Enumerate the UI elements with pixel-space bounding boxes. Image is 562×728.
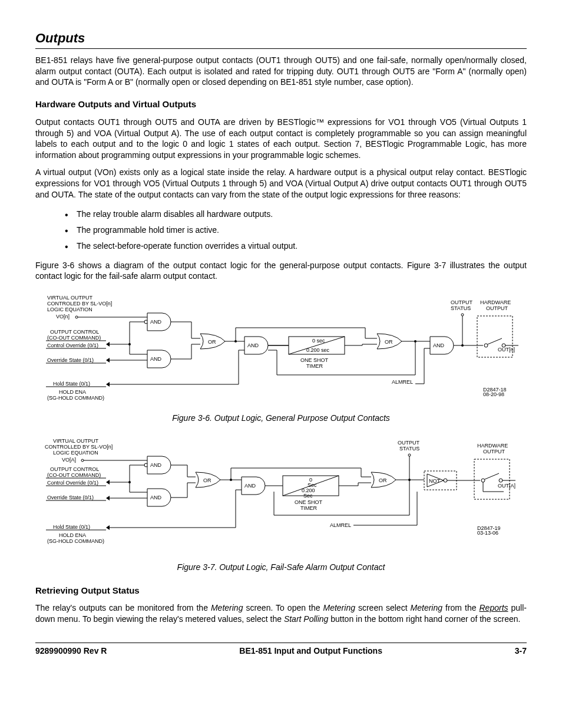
svg-point-4 <box>75 316 78 318</box>
section-heading-hardware-outputs: Hardware Outputs and Virtual Outputs <box>35 98 527 110</box>
svg-text:TIMER: TIMER <box>300 505 317 511</box>
svg-text:AND: AND <box>244 483 256 489</box>
svg-text:OUTPUT: OUTPUT <box>398 440 420 446</box>
svg-text:OUTPUT CONTROL: OUTPUT CONTROL <box>50 329 99 335</box>
svg-text:Hold State (0/1): Hold State (0/1) <box>53 381 90 387</box>
svg-text:VIRTUAL OUTPUT: VIRTUAL OUTPUT <box>53 438 99 444</box>
svg-rect-158 <box>474 459 510 499</box>
page-title: Outputs <box>35 29 527 49</box>
svg-text:HOLD ENA: HOLD ENA <box>59 532 86 538</box>
svg-text:OUT[A]: OUT[A] <box>498 483 515 489</box>
svg-text:OUT[n]: OUT[n] <box>498 347 515 353</box>
svg-text:VIRTUAL OUTPUT: VIRTUAL OUTPUT <box>47 295 93 301</box>
list-item: The programmable hold timer is active. <box>65 225 527 236</box>
reasons-list: The relay trouble alarm disables all har… <box>65 209 527 252</box>
svg-text:(SG-HOLD COMMAND): (SG-HOLD COMMAND) <box>47 538 104 544</box>
svg-text:(CO-OUT COMMAND): (CO-OUT COMMAND) <box>47 335 101 341</box>
svg-text:CONTROLED BY SL-VO[n]: CONTROLED BY SL-VO[n] <box>47 301 112 307</box>
svg-point-76 <box>484 344 488 347</box>
svg-text:AND: AND <box>150 462 162 468</box>
svg-text:0.200 sec: 0.200 sec <box>306 347 330 353</box>
svg-text:OUTPUT: OUTPUT <box>483 449 505 454</box>
svg-text:ALMREL: ALMREL <box>330 522 351 528</box>
figure-3-6-caption: Figure 3-6. Output Logic, General Purpos… <box>35 413 527 424</box>
footer-right: 3-7 <box>515 645 527 657</box>
svg-text:OR: OR <box>203 477 211 483</box>
svg-text:HOLD ENA: HOLD ENA <box>59 389 86 395</box>
svg-text:Override State (0/1): Override State (0/1) <box>47 357 94 363</box>
svg-text:Hold State (0/1): Hold State (0/1) <box>53 524 90 530</box>
svg-text:AND: AND <box>150 495 162 500</box>
svg-text:HARDWARE: HARDWARE <box>480 299 511 305</box>
svg-text:Sec: Sec <box>303 493 313 499</box>
svg-text:ONE SHOT: ONE SHOT <box>300 357 329 363</box>
svg-text:OR: OR <box>385 339 393 345</box>
svg-text:(CO-OUT COMMAND): (CO-OUT COMMAND) <box>47 472 101 478</box>
svg-text:LOGIC EQUATION: LOGIC EQUATION <box>53 450 98 456</box>
svg-text:0 sec: 0 sec <box>312 338 325 344</box>
footer-left: 9289900990 Rev R <box>35 645 107 657</box>
svg-text:ONE SHOT: ONE SHOT <box>295 499 323 505</box>
svg-text:(SG-HOLD COMMAND): (SG-HOLD COMMAND) <box>47 395 104 401</box>
list-item: The select-before-operate function overr… <box>65 241 527 252</box>
svg-point-70 <box>461 314 464 316</box>
svg-text:VO[n]: VO[n] <box>56 314 70 319</box>
svg-text:STATUS: STATUS <box>399 446 419 452</box>
svg-text:OR: OR <box>208 339 216 345</box>
svg-text:OUTPUT: OUTPUT <box>486 305 508 311</box>
svg-point-159 <box>481 479 485 482</box>
svg-text:OUTPUT CONTROL: OUTPUT CONTROL <box>50 466 99 472</box>
svg-text:08-20-98: 08-20-98 <box>483 391 504 397</box>
svg-point-160 <box>499 479 503 482</box>
paragraph-retrieving: The relay's outputs can be monitored fro… <box>35 602 527 625</box>
figure-3-7: VIRTUAL OUTPUT CONTROLLED BY SL-VO[n] LO… <box>35 436 527 559</box>
svg-text:CONTROLLED BY SL-VO[n]: CONTROLLED BY SL-VO[n] <box>45 444 113 450</box>
svg-point-149 <box>408 454 411 456</box>
page-footer: 9289900990 Rev R BE1-851 Input and Outpu… <box>35 643 527 657</box>
svg-text:Control Override (0/1): Control Override (0/1) <box>47 342 98 348</box>
paragraph-hw-outputs-2: A virtual output (VOn) exists only as a … <box>35 167 527 200</box>
svg-point-87 <box>81 459 84 462</box>
footer-center: BE1-851 Input and Output Functions <box>239 645 382 657</box>
svg-text:AND: AND <box>247 342 259 348</box>
svg-text:03-13-06: 03-13-06 <box>477 530 498 536</box>
paragraph-hw-outputs-1: Output contacts OUT1 through OUT5 and OU… <box>35 117 527 162</box>
svg-point-20 <box>128 343 131 345</box>
svg-line-161 <box>485 473 499 479</box>
svg-text:VO[A]: VO[A] <box>62 457 76 463</box>
svg-point-103 <box>128 481 131 483</box>
svg-text:OR: OR <box>379 477 387 483</box>
svg-text:AND: AND <box>433 342 445 348</box>
list-item: The relay trouble alarm disables all har… <box>65 209 527 220</box>
svg-text:TIMER: TIMER <box>306 363 323 369</box>
svg-text:ALMREL: ALMREL <box>392 379 413 385</box>
svg-text:Override State (0/1): Override State (0/1) <box>47 495 94 500</box>
svg-text:STATUS: STATUS <box>451 305 471 311</box>
svg-text:LOGIC EQUATION: LOGIC EQUATION <box>47 307 92 312</box>
svg-point-153 <box>444 479 447 482</box>
figure-3-7-caption: Figure 3-7. Output Logic, Fail-Safe Alar… <box>35 562 527 573</box>
svg-line-78 <box>488 338 502 344</box>
paragraph-figure-ref: Figure 3-6 shows a diagram of the output… <box>35 260 527 282</box>
intro-paragraph: BE1-851 relays have five general-purpose… <box>35 55 527 88</box>
svg-text:HARDWARE: HARDWARE <box>477 443 508 449</box>
figure-3-6: VIRTUAL OUTPUT CONTROLED BY SL-VO[n] LOG… <box>35 292 527 410</box>
svg-text:AND: AND <box>150 319 162 325</box>
svg-text:NOT: NOT <box>429 478 441 484</box>
svg-text:OUTPUT: OUTPUT <box>451 299 473 305</box>
svg-text:AND: AND <box>150 356 162 362</box>
svg-text:Control Override (0/1): Control Override (0/1) <box>47 480 98 486</box>
section-heading-retrieving: Retrieving Output Status <box>35 585 527 597</box>
